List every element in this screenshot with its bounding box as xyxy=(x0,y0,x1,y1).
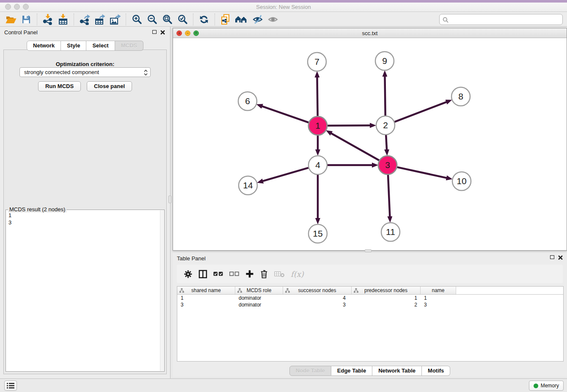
hide-selected-button[interactable] xyxy=(250,13,265,26)
column-header-name[interactable]: name xyxy=(421,287,456,294)
zoom-selected-button[interactable] xyxy=(175,13,190,26)
graph-edge-3-10[interactable] xyxy=(397,167,446,178)
checked-boxes-icon xyxy=(213,271,223,277)
graph-edge-3-11[interactable] xyxy=(388,175,390,217)
cell-mcds-role[interactable]: dominator xyxy=(235,295,283,301)
apply-layout-button[interactable] xyxy=(196,13,212,26)
close-panel-button[interactable] xyxy=(160,30,165,35)
export-network-button[interactable] xyxy=(77,13,92,26)
create-column-button[interactable] xyxy=(245,268,254,280)
plus-icon xyxy=(245,270,254,278)
horizontal-splitter-handle[interactable] xyxy=(365,249,372,252)
cell-predecessor-nodes[interactable]: 1 xyxy=(352,295,421,301)
float-panel-button[interactable] xyxy=(152,30,157,34)
tab-motifs[interactable]: Motifs xyxy=(422,366,450,376)
show-columns-button[interactable] xyxy=(198,268,207,280)
tab-style[interactable]: Style xyxy=(61,41,86,51)
run-mcds-button[interactable]: Run MCDS xyxy=(38,81,81,91)
show-all-button[interactable] xyxy=(265,13,281,26)
graph-edge-2-3[interactable] xyxy=(386,135,387,150)
import-network-button[interactable] xyxy=(40,13,55,26)
select-all-button[interactable] xyxy=(213,268,223,280)
memory-label: Memory xyxy=(541,383,559,389)
result-scrollbar[interactable] xyxy=(160,210,164,371)
table-settings-button[interactable] xyxy=(184,268,193,280)
tab-edge-table[interactable]: Edge Table xyxy=(331,366,372,376)
tab-network[interactable]: Network xyxy=(27,41,61,51)
table-row[interactable]: 3dominator323 xyxy=(177,301,563,308)
toolbar-separator xyxy=(193,14,193,25)
graph-edge-1-2[interactable] xyxy=(328,125,370,126)
graph-node-label: 10 xyxy=(457,176,466,186)
zoom-in-icon xyxy=(132,14,142,25)
graph-edge-4-14[interactable] xyxy=(263,168,308,181)
tab-node-table[interactable]: Node Table xyxy=(289,366,331,376)
close-panel-button-inline[interactable]: Close panel xyxy=(87,81,132,91)
open-session-button[interactable] xyxy=(3,13,19,26)
import-network-icon xyxy=(42,14,53,25)
cell-name[interactable]: 1 xyxy=(421,295,456,301)
memory-button[interactable]: Memory xyxy=(529,381,564,391)
export-image-button[interactable] xyxy=(107,13,123,26)
graph-edge-2-9[interactable] xyxy=(385,76,385,116)
column-header-shared-name[interactable]: shared name xyxy=(177,287,235,294)
cell-predecessor-nodes[interactable]: 2 xyxy=(352,302,421,308)
vertical-splitter-handle[interactable] xyxy=(168,196,171,203)
mcds-result-body[interactable]: 13 xyxy=(8,212,159,370)
zoom-out-icon xyxy=(147,14,157,25)
search-box[interactable] xyxy=(439,14,563,25)
delete-column-button[interactable] xyxy=(260,268,268,280)
cell-successor-nodes[interactable]: 4 xyxy=(283,295,352,301)
toolbar-separator xyxy=(126,14,126,25)
task-history-button[interactable] xyxy=(4,381,17,391)
table-body: 1dominator4113dominator323 xyxy=(177,295,563,308)
tab-mcds[interactable]: MCDS xyxy=(115,41,143,51)
stepper-icon xyxy=(144,69,148,76)
toolbar-separator xyxy=(37,14,37,25)
zoom-fit-button[interactable] xyxy=(160,13,175,26)
control-panel-tabs: NetworkStyleSelectMCDS xyxy=(0,41,170,51)
search-input[interactable] xyxy=(451,15,560,24)
network-view-window: x – + scc.txt 7968124314101511 xyxy=(173,28,567,251)
network-canvas[interactable]: 7968124314101511 xyxy=(173,38,567,250)
deselect-all-button[interactable] xyxy=(229,268,239,280)
tab-select[interactable]: Select xyxy=(86,41,115,51)
cell-successor-nodes[interactable]: 3 xyxy=(283,302,352,308)
column-header-predecessor-nodes[interactable]: predecessor nodes xyxy=(352,287,421,294)
close-table-panel-button[interactable] xyxy=(558,255,563,260)
network-window-titlebar[interactable]: x – + scc.txt xyxy=(173,28,567,38)
cell-shared-name[interactable]: 3 xyxy=(177,302,235,308)
cell-mcds-role[interactable]: dominator xyxy=(235,302,283,308)
delete-table-button[interactable] xyxy=(274,268,285,280)
graph-edge-1-7[interactable] xyxy=(317,77,317,116)
tab-network-table[interactable]: Network Table xyxy=(372,366,422,376)
float-table-panel-button[interactable] xyxy=(550,255,554,259)
toolbar-separator xyxy=(215,14,215,25)
mcds-result-group: MCDS result (2 nodes) 13 xyxy=(6,210,165,372)
column-header-successor-nodes[interactable]: successor nodes xyxy=(283,287,352,294)
graph-edge-2-8[interactable] xyxy=(394,102,446,122)
cell-name[interactable]: 3 xyxy=(421,302,456,308)
criterion-select[interactable]: strongly connected component xyxy=(19,67,151,77)
network-view-title: scc.txt xyxy=(173,30,567,36)
save-session-button[interactable] xyxy=(19,13,34,26)
export-table-icon xyxy=(94,14,105,25)
zoom-fit-icon xyxy=(162,14,173,25)
graph-node-label: 14 xyxy=(243,180,253,190)
table-header-row: shared nameMCDS rolesuccessor nodesprede… xyxy=(177,287,563,295)
first-neighbors-button[interactable] xyxy=(233,13,250,26)
graph-edge-1-6[interactable] xyxy=(262,106,308,123)
cell-shared-name[interactable]: 1 xyxy=(177,295,235,301)
graph-node-label: 11 xyxy=(386,227,395,237)
clone-network-button[interactable] xyxy=(218,13,233,26)
import-table-button[interactable] xyxy=(55,13,71,26)
function-builder-button[interactable]: f(x) xyxy=(291,268,304,280)
export-table-button[interactable] xyxy=(92,13,107,26)
graph-edge-3-1[interactable] xyxy=(331,133,379,160)
clone-network-icon xyxy=(220,14,231,25)
graph-node-label: 4 xyxy=(315,160,320,170)
zoom-in-button[interactable] xyxy=(129,13,144,26)
table-row[interactable]: 1dominator411 xyxy=(177,295,563,301)
column-header-mcds-role[interactable]: MCDS role xyxy=(235,287,283,294)
zoom-out-button[interactable] xyxy=(144,13,160,26)
